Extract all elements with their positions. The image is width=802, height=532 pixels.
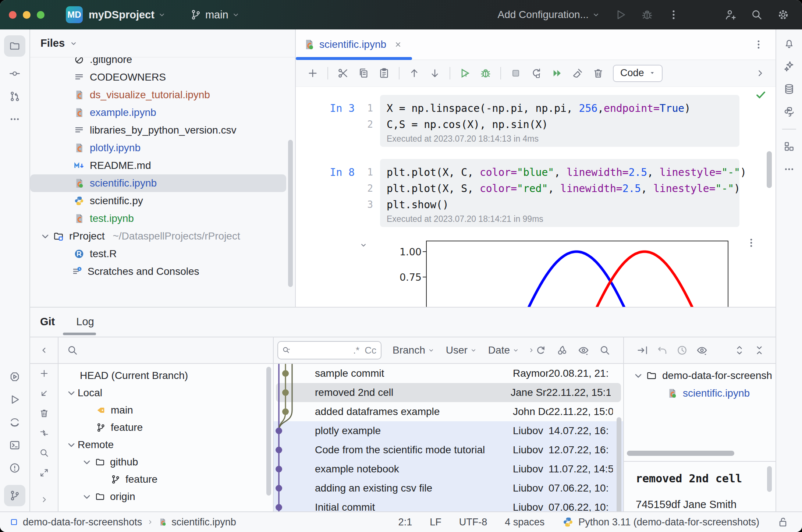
branch-selector[interactable]: main [190, 9, 240, 21]
notifications-bell-icon[interactable] [783, 38, 795, 49]
tab-options-icon[interactable] [753, 39, 764, 50]
branch-row[interactable]: feature [58, 471, 273, 488]
caret-position[interactable]: 2:1 [398, 517, 412, 528]
output-options-icon[interactable] [745, 237, 757, 249]
toolbar-overflow-icon[interactable] [754, 67, 766, 79]
file-row[interactable]: example.ipynb [30, 104, 295, 121]
minimize-window-button[interactable] [23, 11, 31, 19]
files-scrollbar[interactable] [288, 140, 293, 287]
file-row[interactable]: test.ipynb [30, 210, 295, 227]
commit-row[interactable]: example notebook Liubov 11.07.22, 14:5 [274, 460, 623, 479]
details-hscrollbar[interactable] [627, 451, 734, 456]
database-tool-icon[interactable] [783, 83, 795, 95]
go-to-hash-icon[interactable] [599, 344, 611, 356]
file-row[interactable]: .gitignore [30, 57, 295, 68]
pull-requests-tool-button[interactable] [9, 91, 21, 102]
run-cell-icon[interactable] [459, 67, 471, 79]
more-tools-icon[interactable] [783, 163, 795, 175]
file-encoding[interactable]: UTF-8 [459, 517, 487, 528]
move-cell-down-icon[interactable] [429, 67, 441, 79]
history-icon[interactable] [676, 344, 688, 356]
terminal-tool-button[interactable] [9, 439, 21, 451]
code-line[interactable]: plt.plot(X, C, color="blue", linewidth=2… [387, 166, 746, 178]
changed-file-row[interactable]: scientific.ipynb [624, 384, 776, 402]
fetch-icon[interactable] [39, 428, 49, 438]
ai-assistant-icon[interactable] [783, 60, 795, 72]
add-cell-icon[interactable] [307, 67, 319, 79]
commit-row[interactable]: added dataframes example John Do 22.11.2… [274, 402, 623, 421]
paste-cell-icon[interactable] [378, 67, 390, 79]
add-user-icon[interactable] [724, 8, 737, 21]
match-case-toggle[interactable]: Cc [365, 345, 376, 356]
commit-tool-button[interactable] [9, 68, 21, 79]
code-line[interactable]: C,S = np.cos(X), np.sin(X) [387, 118, 548, 131]
expand-panel-icon[interactable] [39, 468, 49, 478]
date-filter-dropdown[interactable]: Date [488, 344, 519, 356]
commit-row[interactable]: removed 2nd cell Jane Sm 22.11.22, 15:1 [276, 383, 621, 402]
user-filter-dropdown[interactable]: User [446, 344, 477, 356]
commit-row[interactable]: plotly example Liubov 14.07.22, 16: [274, 421, 623, 440]
collapse-output-icon[interactable] [359, 241, 368, 249]
preview-icon[interactable] [696, 344, 708, 356]
file-row[interactable]: test.R [30, 245, 295, 263]
cut-cell-icon[interactable] [337, 67, 349, 79]
file-row[interactable]: plotly.ipynb [30, 139, 295, 157]
copy-cell-icon[interactable] [358, 67, 369, 79]
files-panel-header[interactable]: Files [30, 29, 295, 57]
details-scrollbar[interactable] [767, 466, 772, 492]
branch-row[interactable]: feature [58, 419, 273, 436]
tab-log[interactable]: Log [76, 316, 94, 328]
file-row[interactable]: ds_visualize_tutorial.ipynb [30, 86, 295, 104]
changed-file-row[interactable]: demo-data-for-screensh [624, 367, 776, 384]
delete-cell-icon[interactable] [592, 67, 604, 79]
settings-gear-icon[interactable] [777, 8, 789, 21]
file-row[interactable]: Scratches and Consoles [30, 263, 295, 280]
debug-cell-icon[interactable] [480, 67, 492, 79]
refresh-icon[interactable] [535, 344, 547, 356]
search-icon[interactable] [67, 344, 78, 356]
hide-panel-icon[interactable] [39, 494, 49, 505]
commit-row[interactable]: Code from the scientific mode tutorial L… [274, 440, 623, 460]
cell-type-dropdown[interactable]: Code [613, 65, 663, 82]
file-row[interactable]: rProject ~/DataspellProjects/rProject [30, 227, 295, 245]
services-tool-button[interactable] [9, 371, 21, 383]
more-tools-icon[interactable] [9, 113, 21, 125]
expand-all-icon[interactable] [734, 344, 745, 356]
run-button[interactable] [614, 8, 627, 21]
file-row[interactable]: scientific.py [30, 192, 295, 210]
editor-scrollbar[interactable] [767, 151, 772, 188]
file-row[interactable]: README.md [30, 157, 295, 174]
run-configuration-selector[interactable]: Add Configuration... [498, 9, 589, 21]
stop-kernel-icon[interactable] [510, 67, 522, 79]
branch-row[interactable]: Local [58, 384, 273, 401]
file-row[interactable]: scientific.ipynb [30, 174, 286, 192]
collapse-panel-icon[interactable] [39, 345, 49, 355]
python-packages-icon[interactable] [783, 106, 795, 118]
preview-diff-icon[interactable] [578, 344, 589, 356]
branch-filter-dropdown[interactable]: Branch [393, 344, 435, 356]
commit-search-input[interactable]: .* Cc [277, 341, 382, 359]
run-all-cells-icon[interactable] [551, 67, 563, 79]
commit-row[interactable]: Initial commit Liubov 07.06.22, 10: [274, 498, 623, 511]
branch-row[interactable]: Remote [58, 436, 273, 453]
commits-scrollbar[interactable] [617, 417, 621, 511]
checkout-icon[interactable] [39, 388, 49, 398]
new-branch-icon[interactable] [39, 368, 49, 379]
notebook-cell[interactable]: In 31X = np.linspace(-np.pi, np.pi, 256,… [296, 100, 761, 144]
commit-row[interactable]: adding an existing csv file Liubov 07.06… [274, 479, 623, 498]
search-branch-icon[interactable] [39, 448, 49, 458]
code-line[interactable]: plt.plot(X, S, color="red", linewidth=2.… [387, 182, 740, 195]
code-line[interactable]: X = np.linspace(-np.pi, np.pi, 256,endpo… [387, 102, 691, 114]
search-everywhere-icon[interactable] [750, 8, 763, 21]
unlocked-icon[interactable] [777, 516, 789, 528]
file-row[interactable]: CODEOWNERS [30, 68, 295, 86]
close-tab-icon[interactable] [394, 40, 402, 49]
branches-scrollbar[interactable] [266, 367, 271, 496]
problems-tool-button[interactable] [9, 462, 21, 474]
branch-row[interactable]: main [58, 401, 273, 419]
indent-setting[interactable]: 4 spaces [505, 517, 544, 528]
regex-toggle[interactable]: .* [353, 345, 359, 356]
rollback-icon[interactable] [656, 344, 668, 356]
commit-row[interactable]: sample commit Raymon 20.08.21, 21: [274, 364, 623, 383]
debug-button[interactable] [641, 8, 653, 21]
